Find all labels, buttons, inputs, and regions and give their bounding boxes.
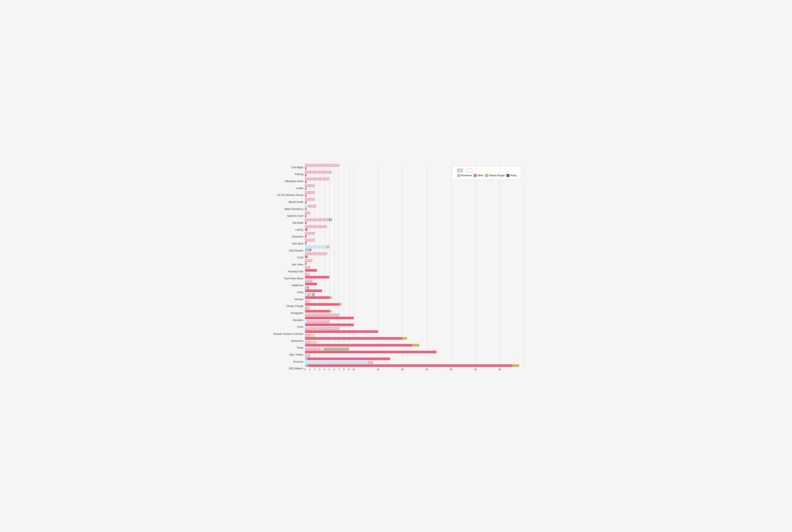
bar-segment (305, 259, 312, 262)
bar-segment (308, 293, 310, 296)
bar-segment (305, 178, 329, 180)
bar-segment (310, 341, 317, 344)
bar-segment (310, 334, 315, 337)
bar-segment (339, 303, 342, 306)
bar-segment (305, 232, 315, 235)
bar-segment (305, 222, 307, 224)
bar-group (305, 280, 524, 285)
bar-row (305, 225, 524, 228)
x-axis-label: 4 (324, 368, 325, 371)
x-axis-label: 0 (304, 368, 306, 371)
bar-row (305, 327, 524, 330)
bar-group (305, 334, 524, 340)
bar-row (305, 317, 524, 319)
bar-row (305, 218, 524, 221)
bar-segment (310, 293, 312, 296)
y-label: LGBTQ (268, 227, 304, 233)
bar-row (305, 296, 524, 299)
bar-row (305, 174, 524, 176)
bar-group (305, 300, 524, 306)
y-label: Biden Presidency (268, 206, 304, 212)
bar-row (305, 191, 524, 194)
bar-row (305, 269, 524, 272)
bar-segment (305, 180, 307, 183)
bar-row (305, 180, 524, 183)
y-label: Covid (268, 254, 304, 261)
bar-group (305, 198, 524, 204)
y-label: Healthcare (268, 282, 304, 289)
bar-segment (305, 314, 339, 316)
bar-segment (305, 303, 339, 306)
bar-row (305, 252, 524, 255)
bar-segment (308, 300, 310, 303)
bar-row (305, 289, 524, 292)
bar-row (305, 276, 524, 279)
bar-segment (305, 355, 310, 357)
bar-segment (305, 185, 315, 187)
bar-segment (305, 212, 310, 214)
bar-segment (308, 307, 310, 309)
bar-segment (305, 171, 332, 173)
bar-row (305, 266, 524, 269)
bar-row (305, 334, 524, 337)
bar-segment (305, 310, 329, 312)
x-axis-label: 20 (401, 368, 404, 371)
bar-segment (305, 218, 329, 221)
bar-row (305, 249, 524, 251)
bar-row (305, 283, 524, 285)
bar-segment (325, 348, 349, 350)
bar-segment (305, 276, 329, 279)
bar-segment (305, 337, 403, 340)
y-label: Paul Pelosi Attack (268, 275, 304, 282)
y-label: Rail Strike (268, 220, 304, 226)
y-label: Supreme Court (268, 212, 304, 219)
bar-segment (308, 286, 309, 289)
bar-segment (305, 201, 307, 204)
bar-segment (305, 174, 307, 176)
bar-row (305, 303, 524, 306)
bar-group (305, 286, 524, 292)
bar-row (305, 344, 524, 346)
bar-row (305, 205, 524, 208)
y-label: Crime (268, 324, 304, 330)
bar-segment (305, 242, 307, 245)
bar-group (305, 273, 524, 279)
bar-group (305, 164, 524, 170)
bar-group (305, 307, 524, 312)
bar-segment (305, 252, 327, 255)
bar-group (305, 341, 524, 346)
bar-segment (305, 321, 308, 323)
bar-row (305, 273, 524, 276)
y-label: Trump (268, 344, 304, 351)
bar-segment (327, 246, 329, 248)
bar-segment (305, 283, 317, 285)
bar-segment (305, 293, 308, 296)
grid-line (524, 164, 524, 367)
y-label: Education (268, 317, 304, 324)
bar-segment (305, 341, 310, 344)
y-label: Extremism (268, 233, 304, 240)
y-label: Economy (268, 358, 304, 365)
bar-row (305, 293, 524, 296)
bar-segment (305, 215, 307, 217)
x-axis-label: 35 (474, 368, 477, 371)
bar-group (305, 232, 524, 238)
y-label: Affirmative Action (268, 178, 304, 185)
bar-group (305, 171, 524, 176)
bar-group (305, 246, 524, 251)
bar-segment (402, 337, 407, 340)
y-label: China (268, 289, 304, 296)
bar-segment (305, 191, 315, 194)
bar-group (305, 259, 524, 265)
bar-segment (305, 358, 308, 360)
bar-segment (305, 164, 339, 167)
bar-segment (329, 296, 332, 299)
x-axis-label: 2 (314, 368, 315, 371)
y-axis: Civil RightsPolicingAffirmative ActionUv… (268, 164, 305, 372)
bar-segment (308, 273, 310, 276)
bar-row (305, 215, 524, 217)
bar-row (305, 171, 524, 173)
bars-area: 012345678910152025303540 (305, 164, 524, 372)
bar-segment (308, 358, 390, 360)
bar-row (305, 310, 524, 312)
